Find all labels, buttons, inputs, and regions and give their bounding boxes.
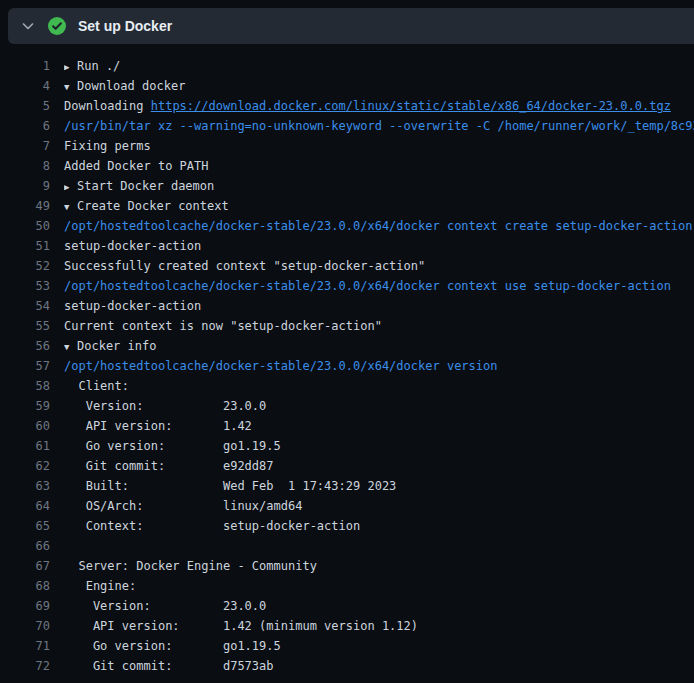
- log-text-segment: Current context is now "setup-docker-act…: [64, 319, 382, 333]
- log-line: 7Fixing perms: [0, 136, 694, 156]
- log-line: 67 Server: Docker Engine - Community: [0, 556, 694, 576]
- line-number[interactable]: 50: [0, 216, 50, 236]
- line-number[interactable]: 66: [0, 536, 50, 556]
- log-line: 8Added Docker to PATH: [0, 156, 694, 176]
- line-number[interactable]: 71: [0, 636, 50, 656]
- line-number[interactable]: 68: [0, 576, 50, 596]
- line-number[interactable]: 6: [0, 116, 50, 136]
- log-text: Built: Wed Feb 1 17:43:29 2023: [64, 476, 694, 496]
- log-text: Version: 23.0.0: [64, 596, 694, 616]
- group-title: Docker info: [77, 339, 156, 353]
- group-title: Create Docker context: [77, 199, 229, 213]
- group-toggle[interactable]: ▼Docker info: [64, 336, 694, 356]
- log-text-segment: Successfully created context "setup-dock…: [64, 259, 425, 273]
- log-text-segment: Client:: [64, 379, 129, 393]
- line-number[interactable]: 57: [0, 356, 50, 376]
- group-title: Start Docker daemon: [77, 179, 214, 193]
- line-number[interactable]: 61: [0, 436, 50, 456]
- success-check-icon: [48, 17, 66, 35]
- line-number[interactable]: 64: [0, 496, 50, 516]
- line-number[interactable]: 54: [0, 296, 50, 316]
- log-text: API version: 1.42 (minimum version 1.12): [64, 616, 694, 636]
- group-toggle[interactable]: ▼Download docker: [64, 76, 694, 96]
- log-line: 54setup-docker-action: [0, 296, 694, 316]
- actions-log-viewer: Set up Docker 1▶Run ./4▼Download docker5…: [0, 8, 694, 683]
- log-text-segment: Downloading: [64, 99, 151, 113]
- line-number[interactable]: 60: [0, 416, 50, 436]
- line-number[interactable]: 9: [0, 176, 50, 196]
- log-line: 60 API version: 1.42: [0, 416, 694, 436]
- log-text-segment: Added Docker to PATH: [64, 159, 209, 173]
- line-number[interactable]: 4: [0, 76, 50, 96]
- group-toggle[interactable]: ▼Create Docker context: [64, 196, 694, 216]
- log-line: 50/opt/hostedtoolcache/docker-stable/23.…: [0, 216, 694, 236]
- log-text-segment: Context: setup-docker-action: [64, 519, 360, 533]
- log-text-segment: Version: 23.0.0: [64, 599, 266, 613]
- log-text: Go version: go1.19.5: [64, 436, 694, 456]
- log-text-segment: /opt/hostedtoolcache/docker-stable/23.0.…: [64, 359, 497, 373]
- line-number[interactable]: 7: [0, 136, 50, 156]
- log-text-segment: /opt/hostedtoolcache/docker-stable/23.0.…: [64, 279, 671, 293]
- log-line: 1▶Run ./: [0, 56, 694, 76]
- line-number[interactable]: 53: [0, 276, 50, 296]
- group-toggle[interactable]: ▶Start Docker daemon: [64, 176, 694, 196]
- log-line: 59 Version: 23.0.0: [0, 396, 694, 416]
- log-text: /usr/bin/tar xz --warning=no-unknown-key…: [64, 116, 694, 136]
- log-text: Server: Docker Engine - Community: [64, 556, 694, 576]
- line-number[interactable]: 69: [0, 596, 50, 616]
- log-line: 52Successfully created context "setup-do…: [0, 256, 694, 276]
- line-number[interactable]: 70: [0, 616, 50, 636]
- triangle-down-icon[interactable]: ▼: [64, 77, 77, 96]
- line-number[interactable]: 62: [0, 456, 50, 476]
- triangle-right-icon[interactable]: ▶: [64, 177, 77, 196]
- log-text: Engine:: [64, 576, 694, 596]
- log-line: 53/opt/hostedtoolcache/docker-stable/23.…: [0, 276, 694, 296]
- log-text: Context: setup-docker-action: [64, 516, 694, 536]
- log-text-segment: Engine:: [64, 579, 136, 593]
- line-number[interactable]: 72: [0, 656, 50, 676]
- group-toggle[interactable]: ▶Run ./: [64, 56, 694, 76]
- line-number[interactable]: 1: [0, 56, 50, 76]
- triangle-down-icon[interactable]: ▼: [64, 337, 77, 356]
- line-number[interactable]: 59: [0, 396, 50, 416]
- line-number[interactable]: 63: [0, 476, 50, 496]
- log-text-segment: Git commit: e92dd87: [64, 459, 274, 473]
- log-text-segment: setup-docker-action: [64, 299, 201, 313]
- log-text: Client:: [64, 376, 694, 396]
- log-link[interactable]: https://download.docker.com/linux/static…: [151, 99, 671, 113]
- log-line: 69 Version: 23.0.0: [0, 596, 694, 616]
- log-text-segment: Go version: go1.19.5: [64, 439, 281, 453]
- log-text: setup-docker-action: [64, 236, 694, 256]
- line-number[interactable]: 55: [0, 316, 50, 336]
- group-title: Run ./: [77, 59, 120, 73]
- log-text: Go version: go1.19.5: [64, 636, 694, 656]
- log-line: 61 Go version: go1.19.5: [0, 436, 694, 456]
- line-number[interactable]: 67: [0, 556, 50, 576]
- triangle-down-icon[interactable]: ▼: [64, 197, 77, 216]
- log-text: Current context is now "setup-docker-act…: [64, 316, 694, 336]
- log-text: OS/Arch: linux/amd64: [64, 496, 694, 516]
- log-text-segment: Fixing perms: [64, 139, 151, 153]
- log-line: 57/opt/hostedtoolcache/docker-stable/23.…: [0, 356, 694, 376]
- step-header[interactable]: Set up Docker: [8, 8, 694, 44]
- log-line: 71 Go version: go1.19.5: [0, 636, 694, 656]
- triangle-right-icon[interactable]: ▶: [64, 57, 77, 76]
- log-text: Successfully created context "setup-dock…: [64, 256, 694, 276]
- chevron-down-icon[interactable]: [20, 18, 36, 34]
- log-text: API version: 1.42: [64, 416, 694, 436]
- log-text-segment: /opt/hostedtoolcache/docker-stable/23.0.…: [64, 219, 693, 233]
- log-text-segment: Version: 23.0.0: [64, 399, 266, 413]
- line-number[interactable]: 56: [0, 336, 50, 356]
- line-number[interactable]: 65: [0, 516, 50, 536]
- log-text-segment: OS/Arch: linux/amd64: [64, 499, 302, 513]
- line-number[interactable]: 8: [0, 156, 50, 176]
- log-line: 49▼Create Docker context: [0, 196, 694, 216]
- log-line: 68 Engine:: [0, 576, 694, 596]
- line-number[interactable]: 51: [0, 236, 50, 256]
- log-line: 62 Git commit: e92dd87: [0, 456, 694, 476]
- line-number[interactable]: 49: [0, 196, 50, 216]
- line-number[interactable]: 52: [0, 256, 50, 276]
- line-number[interactable]: 5: [0, 96, 50, 116]
- line-number[interactable]: 58: [0, 376, 50, 396]
- log-text-segment: Go version: go1.19.5: [64, 639, 281, 653]
